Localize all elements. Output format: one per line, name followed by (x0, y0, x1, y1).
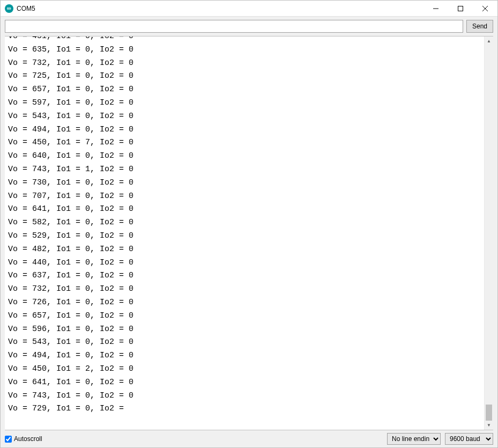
window-controls (423, 1, 497, 16)
close-button[interactable] (473, 1, 497, 16)
send-row: Send (1, 17, 497, 36)
send-button[interactable]: Send (466, 20, 493, 33)
scroll-down-icon[interactable]: ▼ (485, 421, 493, 430)
minimize-button[interactable] (423, 1, 448, 16)
serial-input[interactable] (5, 20, 463, 33)
arduino-icon (5, 4, 13, 13)
baud-rate-select[interactable]: 9600 baud (445, 433, 493, 445)
window-title: COM5 (17, 5, 423, 12)
titlebar: COM5 (1, 1, 497, 17)
maximize-button[interactable] (448, 1, 473, 16)
line-ending-select[interactable]: No line ending (387, 433, 441, 445)
autoscroll-toggle[interactable]: Autoscroll (5, 435, 383, 443)
svg-rect-1 (458, 6, 463, 11)
console-output: Vo = 451, Io1 = 0, Io2 = 0 Vo = 635, Io1… (5, 36, 484, 423)
console-area: Vo = 451, Io1 = 0, Io2 = 0 Vo = 635, Io1… (5, 36, 493, 430)
statusbar: Autoscroll No line ending 9600 baud (1, 430, 497, 447)
scroll-thumb[interactable] (486, 405, 492, 421)
vertical-scrollbar[interactable]: ▲ ▼ (484, 36, 493, 430)
autoscroll-checkbox[interactable] (5, 436, 12, 443)
scroll-up-icon[interactable]: ▲ (485, 36, 493, 46)
scroll-track[interactable] (485, 46, 493, 421)
autoscroll-label: Autoscroll (14, 435, 42, 443)
